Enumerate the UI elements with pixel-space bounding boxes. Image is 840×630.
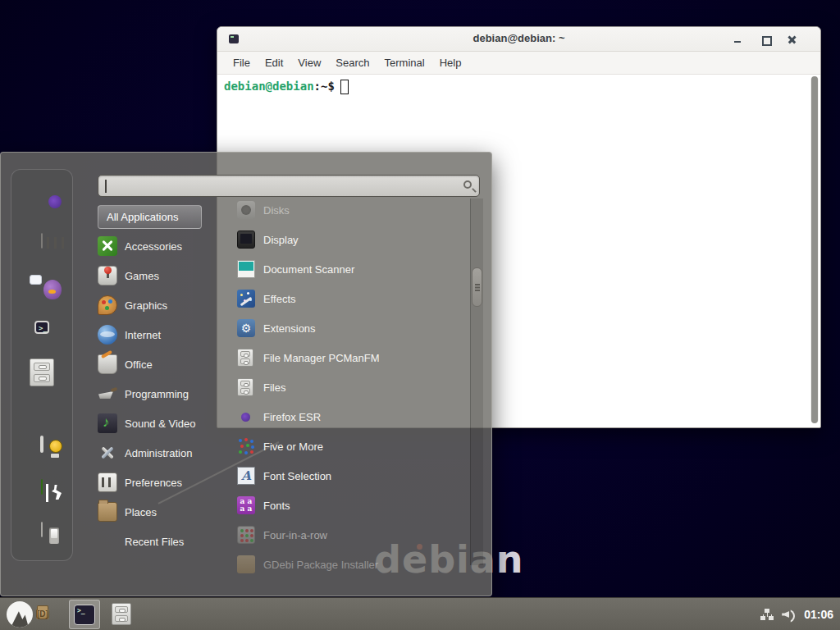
logout-icon — [41, 479, 43, 495]
file-manager-folder-icon: [D] — [36, 609, 49, 619]
volume-icon[interactable] — [782, 608, 797, 621]
menu-view[interactable]: View — [290, 53, 328, 72]
terminal-titlebar[interactable]: debian@debian: ~ — [217, 27, 820, 52]
session-shutdown[interactable] — [41, 523, 43, 537]
effects-icon — [237, 290, 255, 308]
favorite-control-center[interactable] — [41, 234, 43, 249]
minimize-button[interactable] — [732, 34, 745, 45]
office-icon — [98, 354, 117, 374]
app-fonts[interactable]: a aa aFonts — [237, 491, 468, 520]
app-gdebi-package-installer[interactable]: GDebi Package Installer — [237, 550, 468, 579]
games-icon — [98, 266, 117, 285]
terminal-cursor — [340, 80, 349, 94]
all-applications-label: All Applications — [107, 211, 178, 223]
five-or-more-icon — [237, 437, 255, 455]
magnifier-icon — [463, 180, 472, 189]
internet-icon — [98, 325, 117, 345]
category-all-applications[interactable]: All Applications — [98, 205, 202, 229]
file-manager-launcher[interactable]: [D] — [36, 605, 49, 623]
graphics-icon — [98, 295, 117, 315]
file-cabinet-icon — [237, 378, 253, 396]
system-tray: 01:06 — [760, 598, 833, 630]
session-logout[interactable] — [41, 480, 43, 495]
terminal-icon: >_ — [34, 321, 49, 334]
file-cabinet-icon — [237, 349, 253, 367]
disks-icon — [237, 201, 255, 219]
four-in-a-row-icon — [237, 526, 255, 544]
category-accessories[interactable]: Accessories — [98, 231, 233, 261]
terminal-menubar: File Edit View Search Terminal Help — [217, 52, 820, 75]
app-file-manager-pcmanfm[interactable]: File Manager PCManFM — [237, 343, 468, 372]
fonts-icon: a aa a — [237, 496, 255, 514]
category-preferences[interactable]: Preferences — [98, 468, 233, 497]
category-office[interactable]: Office — [98, 349, 233, 379]
terminal-title: debian@debian: ~ — [217, 32, 820, 44]
maximize-button[interactable] — [760, 34, 773, 45]
files-launcher[interactable] — [112, 603, 131, 625]
favorite-terminal[interactable]: >_ — [34, 319, 49, 334]
preferences-icon — [98, 472, 117, 492]
gdebi-icon — [237, 555, 255, 573]
app-extensions[interactable]: ⚙Extensions — [237, 313, 468, 343]
menu-scrollbar-thumb[interactable] — [472, 267, 482, 307]
programming-icon — [98, 384, 117, 404]
search-input[interactable] — [98, 175, 480, 197]
accessories-icon — [98, 236, 117, 256]
app-five-or-more[interactable]: Five or More — [237, 431, 468, 461]
administration-icon — [98, 443, 117, 463]
category-list: Accessories Games Graphics Internet Offi… — [98, 231, 233, 556]
menu-scrollbar[interactable] — [470, 199, 483, 565]
control-center-icon — [41, 233, 43, 249]
menu-edit[interactable]: Edit — [258, 53, 290, 72]
taskbar: [D] >_ 01:06 — [0, 597, 840, 630]
category-programming[interactable]: Programming — [98, 379, 233, 409]
terminal-scrollbar-thumb[interactable] — [811, 76, 818, 423]
menu-help[interactable]: Help — [432, 53, 469, 72]
session-lock-screen[interactable] — [40, 437, 43, 452]
shutdown-icon — [41, 522, 43, 537]
app-disks[interactable]: Disks — [237, 195, 468, 225]
app-firefox-esr[interactable]: Firefox ESR — [237, 402, 468, 431]
document-scanner-icon — [237, 260, 255, 278]
application-list: Disks Display Document Scanner Effects ⚙… — [237, 195, 468, 579]
network-icon[interactable] — [760, 609, 774, 621]
sound-video-icon — [98, 413, 117, 433]
files-cabinet-icon — [112, 603, 131, 625]
app-font-selection[interactable]: AFont Selection — [237, 461, 468, 491]
category-recent-files[interactable]: Recent Files — [98, 527, 233, 556]
terminal-window-button[interactable]: >_ — [69, 600, 100, 629]
lock-screen-icon — [40, 436, 43, 453]
menu-terminal[interactable]: Terminal — [377, 53, 432, 72]
terminal-icon: >_ — [74, 605, 95, 625]
app-files[interactable]: Files — [237, 372, 468, 402]
app-four-in-a-row[interactable]: Four-in-a-row — [237, 520, 468, 550]
app-document-scanner[interactable]: Document Scanner — [237, 254, 468, 284]
menu-search[interactable]: Search — [328, 53, 377, 72]
category-places[interactable]: Places — [98, 497, 233, 527]
places-icon — [98, 502, 117, 522]
menu-file[interactable]: File — [226, 53, 258, 72]
category-games[interactable]: Games — [98, 261, 233, 290]
category-sound-video[interactable]: Sound & Video — [98, 409, 233, 438]
terminal-prompt-user: debian@debian — [224, 80, 314, 93]
file-cabinet-icon — [30, 358, 54, 386]
terminal-prompt-suffix: :~$ — [314, 80, 335, 93]
text-caret — [105, 180, 107, 193]
display-icon — [237, 231, 255, 249]
close-button[interactable] — [786, 34, 799, 45]
application-menu: >_ All Applications Accessories Games Gr… — [0, 152, 492, 596]
favorite-files[interactable] — [30, 358, 54, 386]
menu-button[interactable] — [7, 601, 33, 628]
category-administration[interactable]: Administration — [98, 438, 233, 468]
font-selection-icon: A — [237, 467, 255, 485]
terminal-scrollbar[interactable] — [810, 76, 819, 423]
category-graphics[interactable]: Graphics — [98, 290, 233, 320]
app-display[interactable]: Display — [237, 225, 468, 254]
category-internet[interactable]: Internet — [98, 320, 233, 349]
extensions-icon: ⚙ — [237, 319, 255, 337]
app-effects[interactable]: Effects — [237, 284, 468, 313]
favorites-panel: >_ — [11, 169, 73, 561]
clock[interactable]: 01:06 — [804, 608, 833, 621]
